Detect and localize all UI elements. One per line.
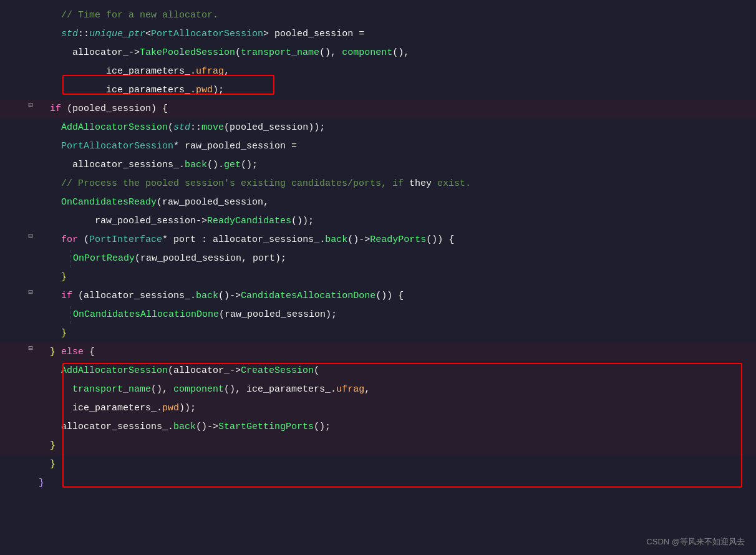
code-text: allocator_->TakePooledSession(transport_… — [70, 44, 756, 62]
code-line: ice_parameters_.ufrag, — [0, 62, 756, 81]
code-line: } — [0, 268, 756, 287]
code-text: OnPortReady(raw_pooled_session, port); — [70, 250, 756, 268]
code-text: AddAllocatorSession(allocator_->CreateSe… — [59, 362, 756, 380]
code-line: ⊟ if (allocator_sessions_.back()->Candid… — [0, 287, 756, 306]
code-line: } — [0, 455, 756, 474]
code-line: allocator_sessions_.back()->StartGetting… — [0, 418, 756, 437]
code-text: } — [47, 437, 756, 455]
code-line-else: ⊟ } else { — [0, 343, 756, 362]
code-text: OnCandidatesReady(raw_pooled_session, — [59, 194, 756, 211]
code-line: transport_name(), component(), ice_param… — [0, 380, 756, 399]
code-line: ice_parameters_.pwd); — [0, 81, 756, 100]
code-text: AddAllocatorSession(std::move(pooled_ses… — [59, 119, 756, 137]
watermark: CSDN @等风来不如迎风去 — [646, 536, 745, 548]
code-text: ice_parameters_.pwd); — [104, 82, 756, 99]
fold-button[interactable]: ⊟ — [25, 231, 36, 241]
code-line: std::unique_ptr<PortAllocatorSession> po… — [0, 25, 756, 44]
code-line: } — [0, 437, 756, 455]
code-text: } — [59, 325, 756, 342]
code-text: OnCandidatesAllocationDone(raw_pooled_se… — [70, 306, 756, 324]
code-line: OnCandidatesAllocationDone(raw_pooled_se… — [0, 306, 756, 324]
fold-button[interactable]: ⊟ — [25, 287, 36, 297]
fold-button[interactable]: ⊟ — [25, 344, 36, 353]
code-line: AddAllocatorSession(allocator_->CreateSe… — [0, 362, 756, 380]
fold-button[interactable]: ⊟ — [25, 100, 36, 110]
code-text: for (PortInterface* port : allocator_ses… — [59, 231, 756, 249]
code-line: OnPortReady(raw_pooled_session, port); — [0, 249, 756, 268]
code-text: // Process the pooled session's existing… — [59, 175, 756, 193]
code-line: ice_parameters_.pwd)); — [0, 399, 756, 418]
code-line: } — [0, 324, 756, 343]
code-text: if (allocator_sessions_.back()->Candidat… — [59, 287, 756, 305]
code-line: allocator_->TakePooledSession(transport_… — [0, 44, 756, 62]
code-line-if: ⊟ if (pooled_session) { — [0, 100, 756, 118]
code-text: transport_name(), component(), ice_param… — [70, 381, 756, 398]
code-text: // Time for a new allocator. — [59, 7, 756, 24]
code-text: ice_parameters_.ufrag, — [104, 63, 756, 80]
code-text: allocator_sessions_.back()->StartGetting… — [59, 418, 756, 436]
code-text: std::unique_ptr<PortAllocatorSession> po… — [59, 26, 756, 43]
code-line: AddAllocatorSession(std::move(pooled_ses… — [0, 118, 756, 137]
code-container: // Time for a new allocator. std::unique… — [0, 0, 756, 555]
code-line: PortAllocatorSession* raw_pooled_session… — [0, 137, 756, 156]
code-line: ⊟ for (PortInterface* port : allocator_s… — [0, 231, 756, 249]
code-text: PortAllocatorSession* raw_pooled_session… — [59, 138, 756, 155]
code-line: allocator_sessions_.back().get(); — [0, 156, 756, 175]
code-line: // Time for a new allocator. — [0, 6, 756, 25]
code-line: // Process the pooled session's existing… — [0, 175, 756, 193]
code-text: } — [59, 269, 756, 286]
code-text: } — [47, 456, 756, 473]
code-text: } else { — [47, 344, 756, 361]
code-line: OnCandidatesReady(raw_pooled_session, — [0, 193, 756, 212]
code-line: raw_pooled_session->ReadyCandidates()); — [0, 212, 756, 231]
code-line: } — [0, 474, 756, 493]
code-text: allocator_sessions_.back().get(); — [70, 157, 756, 174]
code-text: raw_pooled_session->ReadyCandidates()); — [92, 213, 756, 230]
code-text: if (pooled_session) { — [47, 100, 756, 118]
code-text: ice_parameters_.pwd)); — [70, 400, 756, 417]
code-text: } — [36, 475, 756, 492]
